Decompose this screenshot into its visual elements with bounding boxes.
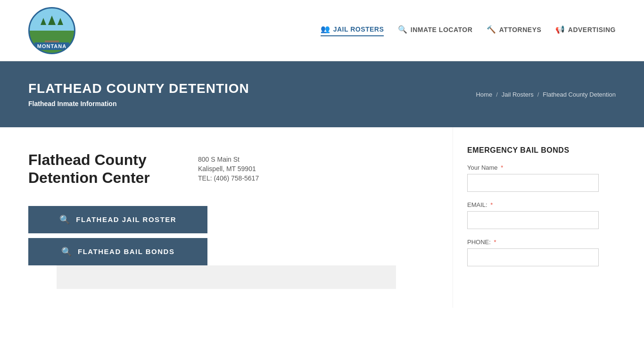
- breadcrumb-home[interactable]: Home: [476, 91, 492, 98]
- tree-icon: [58, 18, 63, 25]
- required-star: *: [490, 201, 493, 208]
- gavel-icon: 🔨: [487, 25, 496, 34]
- sidebar: EMERGENCY BAIL BONDS Your Name * EMAIL: …: [453, 127, 613, 308]
- main-content: Flathead County Detention Center 800 S M…: [0, 127, 644, 308]
- breadcrumb: Home / Jail Rosters / Flathead County De…: [476, 91, 616, 98]
- label-email: EMAIL: *: [467, 201, 599, 208]
- required-star: *: [501, 164, 503, 171]
- hero-title: FLATHEAD COUNTY DETENTION: [28, 81, 249, 96]
- bail-bonds-button-label: FLATHEAD BAIL BONDS: [78, 247, 174, 255]
- search-icon: 🔍: [61, 247, 73, 257]
- input-phone[interactable]: [467, 248, 599, 266]
- sidebar-title: EMERGENCY BAIL BONDS: [467, 146, 599, 155]
- tree-icon: [41, 18, 46, 25]
- hero-left: FLATHEAD COUNTY DETENTION Flathead Inmat…: [28, 81, 249, 107]
- search-icon: 🔍: [59, 214, 71, 225]
- nav-attorneys-label: ATTORNEYS: [499, 26, 542, 33]
- nav-advertising-label: ADVERTISING: [568, 26, 616, 33]
- facility-address-1: 800 S Main St: [198, 156, 259, 163]
- content-left: Flathead County Detention Center 800 S M…: [0, 127, 453, 308]
- breadcrumb-jail-rosters[interactable]: Jail Rosters: [502, 91, 534, 98]
- bail-bonds-button[interactable]: 🔍 FLATHEAD BAIL BONDS: [28, 238, 207, 265]
- facility-section: Flathead County Detention Center 800 S M…: [28, 151, 424, 187]
- logo-trees-decoration: [41, 16, 63, 25]
- logo-area: MONTANA: [28, 7, 75, 54]
- facility-info: 800 S Main St Kalispell, MT 59901 TEL: (…: [198, 151, 259, 182]
- breadcrumb-sep-1: /: [496, 91, 498, 98]
- site-logo: MONTANA: [28, 7, 75, 54]
- facility-address-2: Kalispell, MT 59901: [198, 165, 259, 173]
- breadcrumb-sep-2: /: [537, 91, 539, 98]
- bottom-gray-bar: [57, 265, 396, 289]
- action-buttons: 🔍 FLATHEAD JAIL ROSTER 🔍 FLATHEAD BAIL B…: [28, 206, 424, 265]
- label-your-name: Your Name *: [467, 164, 599, 171]
- main-nav: 👥 JAIL ROSTERS 🔍 INMATE LOCATOR 🔨 ATTORN…: [321, 25, 616, 36]
- facility-name: Flathead County Detention Center: [28, 151, 160, 187]
- hero-banner: FLATHEAD COUNTY DETENTION Flathead Inmat…: [0, 61, 644, 127]
- header: MONTANA 👥 JAIL ROSTERS 🔍 INMATE LOCATOR …: [0, 0, 644, 61]
- nav-jail-rosters[interactable]: 👥 JAIL ROSTERS: [321, 25, 384, 36]
- hero-subtitle: Flathead Inmate Information: [28, 100, 249, 107]
- megaphone-icon: 📢: [555, 25, 565, 34]
- required-star: *: [494, 239, 496, 246]
- form-group-phone: PHONE: *: [467, 239, 599, 266]
- nav-inmate-locator-label: INMATE LOCATOR: [411, 26, 472, 33]
- jail-roster-button[interactable]: 🔍 FLATHEAD JAIL ROSTER: [28, 206, 207, 233]
- nav-advertising[interactable]: 📢 ADVERTISING: [555, 25, 616, 36]
- input-email[interactable]: [467, 211, 599, 229]
- logo-label: MONTANA: [34, 42, 69, 50]
- breadcrumb-current: Flathead County Detention: [543, 91, 616, 98]
- jail-roster-button-label: FLATHEAD JAIL ROSTER: [76, 215, 176, 223]
- nav-inmate-locator[interactable]: 🔍 INMATE LOCATOR: [398, 25, 472, 36]
- form-group-email: EMAIL: *: [467, 201, 599, 229]
- form-group-name: Your Name *: [467, 164, 599, 192]
- label-phone: PHONE: *: [467, 239, 599, 246]
- search-icon: 🔍: [398, 25, 408, 34]
- nav-attorneys[interactable]: 🔨 ATTORNEYS: [487, 25, 541, 36]
- facility-phone: TEL: (406) 758-5617: [198, 174, 259, 182]
- tree-icon: [48, 16, 56, 25]
- input-your-name[interactable]: [467, 174, 599, 192]
- people-icon: 👥: [321, 25, 330, 33]
- nav-jail-rosters-label: JAIL ROSTERS: [333, 25, 384, 33]
- road-decoration: [45, 41, 59, 42]
